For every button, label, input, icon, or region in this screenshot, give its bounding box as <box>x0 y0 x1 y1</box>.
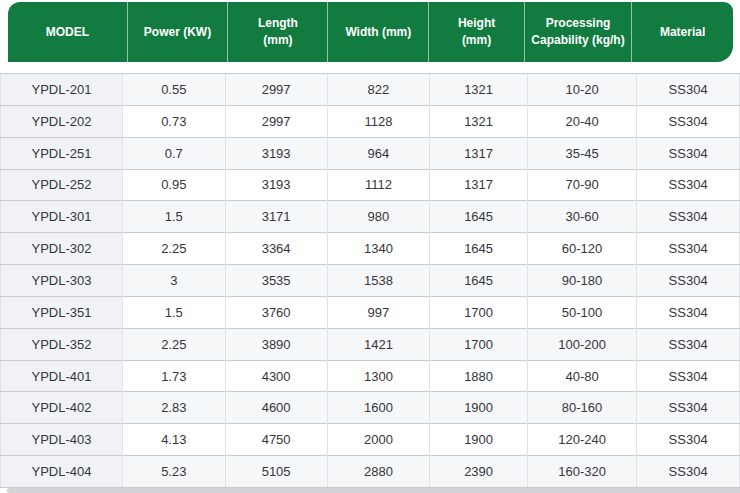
header-cell-length: Length (mm) <box>228 2 328 62</box>
table-cell: 1.5 <box>122 201 225 233</box>
table-cell: 2997 <box>225 105 327 137</box>
table-cell: 980 <box>327 201 430 233</box>
model-cell: YPDL-303 <box>1 265 123 297</box>
table-cell: 35-45 <box>527 137 636 169</box>
table-cell: 2880 <box>327 456 430 488</box>
table-cell: 4600 <box>225 392 327 424</box>
table-cell: 0.7 <box>122 137 225 169</box>
table-cell: SS304 <box>637 296 740 328</box>
table-row: YPDL-2510.73193964131735-45SS304 <box>1 137 740 169</box>
table-cell: 1645 <box>430 201 528 233</box>
table-cell: 10-20 <box>527 74 636 106</box>
table-cell: SS304 <box>637 201 740 233</box>
table-cell: 1700 <box>430 328 528 360</box>
table-cell: 964 <box>327 137 430 169</box>
table-cell: 3535 <box>225 265 327 297</box>
table-cell: SS304 <box>637 137 740 169</box>
model-cell: YPDL-301 <box>1 201 123 233</box>
table-cell: 1900 <box>430 392 528 424</box>
table-cell: 1900 <box>430 424 528 456</box>
header-cell-height: Height (mm) <box>429 2 525 62</box>
table-header: MODEL Power (KW) Length (mm) Width (mm) … <box>8 2 733 62</box>
table-cell: 0.55 <box>122 74 225 106</box>
table-cell: 90-180 <box>527 265 636 297</box>
table-cell: 3193 <box>225 137 327 169</box>
table-cell: 2000 <box>327 424 430 456</box>
model-cell: YPDL-404 <box>1 456 123 488</box>
table-cell: 0.95 <box>122 169 225 201</box>
table-cell: SS304 <box>637 328 740 360</box>
table-cell: 3890 <box>225 328 327 360</box>
model-cell: YPDL-402 <box>1 392 123 424</box>
table-cell: 0.73 <box>122 105 225 137</box>
header-cell-model: MODEL <box>8 2 128 62</box>
table-cell: 5.23 <box>122 456 225 488</box>
table-cell: SS304 <box>637 456 740 488</box>
model-cell: YPDL-352 <box>1 328 123 360</box>
table-cell: 4750 <box>225 424 327 456</box>
table-cell: 1317 <box>430 137 528 169</box>
model-cell: YPDL-351 <box>1 296 123 328</box>
table-cell: 1112 <box>327 169 430 201</box>
header-cell-processing-capability: Processing Capability (kg/h) <box>525 2 632 62</box>
table-cell: 120-240 <box>527 424 636 456</box>
table-cell: SS304 <box>637 424 740 456</box>
model-cell: YPDL-202 <box>1 105 123 137</box>
table-row: YPDL-4034.13475020001900120-240SS304 <box>1 424 740 456</box>
table-row: YPDL-4011.7343001300188040-80SS304 <box>1 360 740 392</box>
table-cell: 5105 <box>225 456 327 488</box>
model-cell: YPDL-302 <box>1 233 123 265</box>
table-cell: 997 <box>327 296 430 328</box>
table-cell: 1317 <box>430 169 528 201</box>
table-row: YPDL-3022.2533641340164560-120SS304 <box>1 233 740 265</box>
table-cell: SS304 <box>637 360 740 392</box>
table-row: YPDL-3011.53171980164530-60SS304 <box>1 201 740 233</box>
table-cell: 40-80 <box>527 360 636 392</box>
model-cell: YPDL-251 <box>1 137 123 169</box>
table-cell: 3171 <box>225 201 327 233</box>
table-cell: SS304 <box>637 105 740 137</box>
table-cell: 3193 <box>225 169 327 201</box>
table-cell: 1538 <box>327 265 430 297</box>
table-cell: 3 <box>122 265 225 297</box>
table-row: YPDL-303335351538164590-180SS304 <box>1 265 740 297</box>
header-cell-material: Material <box>632 2 733 62</box>
table-cell: 1.73 <box>122 360 225 392</box>
table-row: YPDL-3522.25389014211700100-200SS304 <box>1 328 740 360</box>
table-cell: 100-200 <box>527 328 636 360</box>
table-cell: 2997 <box>225 74 327 106</box>
table-cell: 4.13 <box>122 424 225 456</box>
horizontal-scrollbar[interactable] <box>7 488 740 493</box>
spec-table: YPDL-2010.552997822132110-20SS304YPDL-20… <box>0 73 740 488</box>
table-cell: 80-160 <box>527 392 636 424</box>
table-cell: 2.25 <box>122 233 225 265</box>
model-cell: YPDL-252 <box>1 169 123 201</box>
table-cell: SS304 <box>637 392 740 424</box>
spec-table-page: MODEL Power (KW) Length (mm) Width (mm) … <box>0 0 740 493</box>
table-cell: 2.25 <box>122 328 225 360</box>
table-cell: 1645 <box>430 265 528 297</box>
table-cell: SS304 <box>637 169 740 201</box>
table-cell: 1645 <box>430 233 528 265</box>
header-cell-width: Width (mm) <box>328 2 429 62</box>
table-cell: SS304 <box>637 233 740 265</box>
spec-table-body: YPDL-2010.552997822132110-20SS304YPDL-20… <box>1 74 740 488</box>
table-cell: 70-90 <box>527 169 636 201</box>
table-cell: SS304 <box>637 265 740 297</box>
table-row: YPDL-2020.7329971128132120-40SS304 <box>1 105 740 137</box>
table-cell: 3760 <box>225 296 327 328</box>
table-cell: 1600 <box>327 392 430 424</box>
table-cell: 60-120 <box>527 233 636 265</box>
table-cell: 1880 <box>430 360 528 392</box>
table-cell: 50-100 <box>527 296 636 328</box>
table-cell: 1321 <box>430 105 528 137</box>
table-row: YPDL-2520.9531931112131770-90SS304 <box>1 169 740 201</box>
header-cell-power: Power (KW) <box>128 2 229 62</box>
table-cell: 1.5 <box>122 296 225 328</box>
table-cell: 1421 <box>327 328 430 360</box>
model-cell: YPDL-201 <box>1 74 123 106</box>
table-row: YPDL-3511.53760997170050-100SS304 <box>1 296 740 328</box>
table-row: YPDL-2010.552997822132110-20SS304 <box>1 74 740 106</box>
table-cell: 30-60 <box>527 201 636 233</box>
table-cell: SS304 <box>637 74 740 106</box>
